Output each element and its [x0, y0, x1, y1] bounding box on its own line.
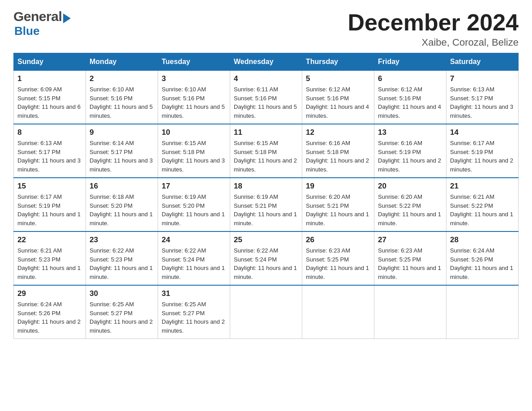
calendar-cell: 2 Sunrise: 6:10 AMSunset: 5:16 PMDayligh…: [86, 71, 158, 124]
day-number: 26: [306, 235, 370, 244]
day-number: 5: [306, 74, 370, 83]
day-number: 24: [162, 235, 226, 244]
calendar-cell: 24 Sunrise: 6:22 AMSunset: 5:24 PMDaylig…: [158, 231, 230, 285]
calendar-cell: 4 Sunrise: 6:11 AMSunset: 5:16 PMDayligh…: [230, 71, 302, 124]
calendar-week-row: 8 Sunrise: 6:13 AMSunset: 5:17 PMDayligh…: [14, 124, 519, 178]
calendar-cell: [302, 285, 374, 339]
day-number: 8: [17, 128, 82, 137]
calendar-cell: 18 Sunrise: 6:19 AMSunset: 5:21 PMDaylig…: [230, 178, 302, 231]
day-number: 20: [378, 182, 442, 191]
calendar-table: SundayMondayTuesdayWednesdayThursdayFrid…: [13, 53, 519, 339]
calendar-cell: 8 Sunrise: 6:13 AMSunset: 5:17 PMDayligh…: [14, 124, 86, 178]
day-info: Sunrise: 6:09 AMSunset: 5:15 PMDaylight:…: [17, 86, 81, 119]
page-header: General Blue December 2024 Xaibe, Coroza…: [13, 9, 519, 48]
day-number: 11: [234, 128, 298, 137]
day-info: Sunrise: 6:23 AMSunset: 5:25 PMDaylight:…: [378, 247, 441, 280]
day-number: 1: [17, 74, 82, 83]
calendar-cell: 29 Sunrise: 6:24 AMSunset: 5:26 PMDaylig…: [14, 285, 86, 339]
day-number: 14: [450, 128, 515, 137]
day-info: Sunrise: 6:20 AMSunset: 5:21 PMDaylight:…: [306, 193, 369, 227]
calendar-cell: 19 Sunrise: 6:20 AMSunset: 5:21 PMDaylig…: [302, 178, 374, 231]
day-info: Sunrise: 6:21 AMSunset: 5:22 PMDaylight:…: [450, 193, 513, 227]
day-number: 17: [162, 182, 226, 191]
day-number: 15: [17, 182, 82, 191]
day-number: 12: [306, 128, 370, 137]
calendar-cell: 23 Sunrise: 6:22 AMSunset: 5:23 PMDaylig…: [86, 231, 158, 285]
calendar-cell: 28 Sunrise: 6:24 AMSunset: 5:26 PMDaylig…: [446, 231, 519, 285]
day-info: Sunrise: 6:14 AMSunset: 5:17 PMDaylight:…: [90, 140, 153, 173]
day-number: 13: [378, 128, 442, 137]
day-info: Sunrise: 6:21 AMSunset: 5:23 PMDaylight:…: [17, 247, 81, 280]
calendar-cell: 7 Sunrise: 6:13 AMSunset: 5:17 PMDayligh…: [446, 71, 519, 124]
calendar-week-row: 15 Sunrise: 6:17 AMSunset: 5:19 PMDaylig…: [14, 178, 519, 231]
calendar-cell: 14 Sunrise: 6:17 AMSunset: 5:19 PMDaylig…: [446, 124, 519, 178]
day-info: Sunrise: 6:23 AMSunset: 5:25 PMDaylight:…: [306, 247, 369, 280]
day-number: 7: [450, 74, 515, 83]
calendar-cell: [374, 285, 446, 339]
day-number: 16: [90, 182, 154, 191]
title-block: December 2024 Xaibe, Corozal, Belize: [348, 9, 519, 48]
calendar-cell: 3 Sunrise: 6:10 AMSunset: 5:16 PMDayligh…: [158, 71, 230, 124]
day-info: Sunrise: 6:17 AMSunset: 5:19 PMDaylight:…: [450, 140, 513, 173]
day-number: 4: [234, 74, 298, 83]
weekday-header-row: SundayMondayTuesdayWednesdayThursdayFrid…: [14, 53, 519, 71]
day-info: Sunrise: 6:25 AMSunset: 5:27 PMDaylight:…: [162, 301, 225, 334]
weekday-header-friday: Friday: [374, 53, 446, 71]
logo-arrow-icon: [63, 13, 71, 23]
day-number: 25: [234, 235, 298, 244]
logo-general-text: General: [13, 9, 62, 24]
weekday-header-sunday: Sunday: [14, 53, 86, 71]
day-number: 28: [450, 235, 515, 244]
day-info: Sunrise: 6:10 AMSunset: 5:16 PMDaylight:…: [162, 86, 225, 119]
weekday-header-monday: Monday: [86, 53, 158, 71]
calendar-cell: 25 Sunrise: 6:22 AMSunset: 5:24 PMDaylig…: [230, 231, 302, 285]
day-info: Sunrise: 6:22 AMSunset: 5:24 PMDaylight:…: [162, 247, 225, 280]
day-number: 10: [162, 128, 226, 137]
day-info: Sunrise: 6:24 AMSunset: 5:26 PMDaylight:…: [17, 301, 81, 334]
calendar-cell: 21 Sunrise: 6:21 AMSunset: 5:22 PMDaylig…: [446, 178, 519, 231]
calendar-cell: 11 Sunrise: 6:15 AMSunset: 5:18 PMDaylig…: [230, 124, 302, 178]
day-info: Sunrise: 6:13 AMSunset: 5:17 PMDaylight:…: [450, 86, 513, 119]
day-info: Sunrise: 6:10 AMSunset: 5:16 PMDaylight:…: [90, 86, 153, 119]
calendar-cell: 15 Sunrise: 6:17 AMSunset: 5:19 PMDaylig…: [14, 178, 86, 231]
day-number: 31: [162, 289, 226, 298]
day-number: 2: [90, 74, 154, 83]
day-number: 21: [450, 182, 515, 191]
calendar-cell: 30 Sunrise: 6:25 AMSunset: 5:27 PMDaylig…: [86, 285, 158, 339]
calendar-week-row: 1 Sunrise: 6:09 AMSunset: 5:15 PMDayligh…: [14, 71, 519, 124]
calendar-cell: 27 Sunrise: 6:23 AMSunset: 5:25 PMDaylig…: [374, 231, 446, 285]
day-info: Sunrise: 6:13 AMSunset: 5:17 PMDaylight:…: [17, 140, 81, 173]
day-info: Sunrise: 6:16 AMSunset: 5:18 PMDaylight:…: [306, 140, 369, 173]
calendar-cell: [446, 285, 519, 339]
day-info: Sunrise: 6:16 AMSunset: 5:19 PMDaylight:…: [378, 140, 441, 173]
calendar-week-row: 22 Sunrise: 6:21 AMSunset: 5:23 PMDaylig…: [14, 231, 519, 285]
day-number: 3: [162, 74, 226, 83]
calendar-cell: 16 Sunrise: 6:18 AMSunset: 5:20 PMDaylig…: [86, 178, 158, 231]
day-info: Sunrise: 6:20 AMSunset: 5:22 PMDaylight:…: [378, 193, 441, 227]
calendar-cell: 1 Sunrise: 6:09 AMSunset: 5:15 PMDayligh…: [14, 71, 86, 124]
calendar-cell: 6 Sunrise: 6:12 AMSunset: 5:16 PMDayligh…: [374, 71, 446, 124]
calendar-cell: 5 Sunrise: 6:12 AMSunset: 5:16 PMDayligh…: [302, 71, 374, 124]
day-info: Sunrise: 6:18 AMSunset: 5:20 PMDaylight:…: [90, 193, 153, 227]
day-number: 22: [17, 235, 82, 244]
day-info: Sunrise: 6:15 AMSunset: 5:18 PMDaylight:…: [234, 140, 297, 173]
weekday-header-tuesday: Tuesday: [158, 53, 230, 71]
day-number: 9: [90, 128, 154, 137]
day-info: Sunrise: 6:25 AMSunset: 5:27 PMDaylight:…: [90, 301, 153, 334]
day-info: Sunrise: 6:11 AMSunset: 5:16 PMDaylight:…: [234, 86, 297, 119]
day-info: Sunrise: 6:19 AMSunset: 5:21 PMDaylight:…: [234, 193, 297, 227]
calendar-cell: 9 Sunrise: 6:14 AMSunset: 5:17 PMDayligh…: [86, 124, 158, 178]
logo-blue-text: Blue: [14, 24, 39, 38]
calendar-cell: [230, 285, 302, 339]
logo: General Blue: [13, 9, 71, 38]
calendar-cell: 10 Sunrise: 6:15 AMSunset: 5:18 PMDaylig…: [158, 124, 230, 178]
calendar-cell: 31 Sunrise: 6:25 AMSunset: 5:27 PMDaylig…: [158, 285, 230, 339]
day-number: 27: [378, 235, 442, 244]
day-info: Sunrise: 6:24 AMSunset: 5:26 PMDaylight:…: [450, 247, 513, 280]
location-title: Xaibe, Corozal, Belize: [348, 37, 519, 48]
day-info: Sunrise: 6:17 AMSunset: 5:19 PMDaylight:…: [17, 193, 81, 227]
calendar-cell: 13 Sunrise: 6:16 AMSunset: 5:19 PMDaylig…: [374, 124, 446, 178]
calendar-week-row: 29 Sunrise: 6:24 AMSunset: 5:26 PMDaylig…: [14, 285, 519, 339]
day-info: Sunrise: 6:15 AMSunset: 5:18 PMDaylight:…: [162, 140, 225, 173]
month-title: December 2024: [348, 9, 519, 36]
